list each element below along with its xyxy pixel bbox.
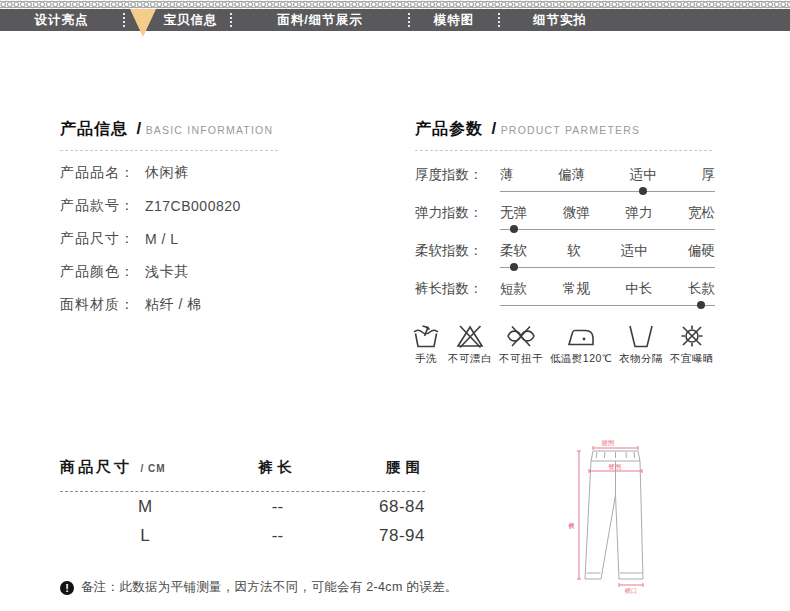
tab-fabric-details[interactable]: 面料/细节展示 bbox=[232, 9, 408, 31]
pants-measurement-diagram: 腰围 臀围 裤长 裤口 bbox=[548, 437, 658, 599]
top-nav: 设计亮点 宝贝信息 面料/细节展示 模特图 细节实拍 bbox=[0, 9, 790, 31]
tab-detail-shots[interactable]: 细节实拍 bbox=[500, 9, 620, 31]
length-cell: -- bbox=[230, 497, 325, 517]
info-value: Z17CB000820 bbox=[145, 198, 241, 214]
info-value: 粘纤 / 棉 bbox=[145, 296, 202, 314]
care-item: 低温熨120℃ bbox=[550, 323, 612, 366]
info-label: 产品款号： bbox=[60, 197, 135, 215]
size-table-header: 商品尺寸 / CM 裤长 腰围 bbox=[60, 458, 425, 484]
info-row-material: 面料材质： 粘纤 / 棉 bbox=[60, 288, 241, 321]
tab-label: 设计亮点 bbox=[35, 12, 89, 29]
iron-low-temp-icon bbox=[566, 323, 596, 349]
diagram-hem-label: 裤口 bbox=[625, 587, 638, 595]
param-label: 裤长指数： bbox=[415, 280, 500, 306]
param-option: 薄 bbox=[500, 166, 514, 184]
care-item: 不可扭干 bbox=[499, 323, 543, 366]
diagram-waist-label: 腰围 bbox=[602, 439, 615, 446]
care-item: 不宜曝晒 bbox=[670, 323, 714, 366]
size-cell: M bbox=[60, 497, 230, 517]
param-option: 柔软 bbox=[500, 242, 527, 260]
dashed-rule bbox=[415, 150, 712, 151]
care-item: 衣物分隔 bbox=[619, 323, 663, 366]
care-label: 低温熨120℃ bbox=[550, 352, 612, 366]
info-label: 产品颜色： bbox=[60, 263, 135, 281]
tab-product-info[interactable]: 宝贝信息 bbox=[125, 9, 230, 31]
diagram-length-label: 裤长 bbox=[568, 522, 575, 529]
care-label: 不可漂白 bbox=[448, 352, 492, 366]
table-row: L -- 78-94 bbox=[60, 521, 425, 550]
chain-border bbox=[0, 0, 790, 9]
section-title: 产品信息 bbox=[60, 120, 128, 137]
care-item: 手洗 bbox=[411, 323, 441, 366]
param-option: 宽松 bbox=[688, 204, 715, 222]
diagram-hip-label: 臀围 bbox=[609, 463, 622, 470]
param-option: 中长 bbox=[625, 280, 652, 298]
size-table-unit: / CM bbox=[140, 463, 165, 474]
tab-label: 细节实拍 bbox=[533, 12, 587, 29]
no-wring-icon bbox=[505, 323, 537, 349]
info-label: 产品尺寸： bbox=[60, 230, 135, 248]
size-table-title: 商品尺寸 bbox=[60, 458, 132, 475]
param-option: 偏薄 bbox=[558, 166, 585, 184]
section-title: 产品参数 bbox=[415, 120, 483, 137]
info-row-style-number: 产品款号： Z17CB000820 bbox=[60, 189, 241, 222]
param-label: 弹力指数： bbox=[415, 204, 500, 230]
info-value: M / L bbox=[145, 231, 179, 247]
info-label: 面料材质： bbox=[60, 296, 135, 314]
active-tab-arrow-icon bbox=[130, 9, 156, 37]
tab-label: 宝贝信息 bbox=[164, 12, 218, 29]
tab-design-highlights[interactable]: 设计亮点 bbox=[0, 9, 123, 31]
info-value: 休闲裤 bbox=[145, 164, 189, 182]
size-table-title-cell: 商品尺寸 / CM bbox=[60, 458, 230, 477]
param-option: 厚 bbox=[701, 166, 715, 184]
tab-model-photos[interactable]: 模特图 bbox=[410, 9, 498, 31]
separate-wash-icon bbox=[626, 323, 656, 349]
section-subtitle: PRODUCT PARMETERS bbox=[501, 124, 641, 136]
size-cell: L bbox=[60, 526, 230, 546]
param-row-pant-length: 裤长指数： 短款 常规 中长 长款 bbox=[415, 280, 715, 306]
parameter-list: 厚度指数： 薄 偏薄 适中 厚 弹力指数： 无弹 微弹 弹力 宽松 柔软指数： … bbox=[415, 166, 715, 318]
param-row-elasticity: 弹力指数： 无弹 微弹 弹力 宽松 bbox=[415, 204, 715, 230]
param-scale: 无弹 微弹 弹力 宽松 bbox=[500, 204, 715, 230]
care-item: 不可漂白 bbox=[448, 323, 492, 366]
param-label: 柔软指数： bbox=[415, 242, 500, 268]
info-label: 产品品名： bbox=[60, 164, 135, 182]
pants-diagram-svg: 腰围 臀围 裤长 裤口 bbox=[548, 437, 658, 595]
care-label: 手洗 bbox=[415, 352, 437, 366]
hand-wash-icon bbox=[411, 323, 441, 349]
slash: / bbox=[136, 119, 141, 138]
product-detail-page: 设计亮点 宝贝信息 面料/细节展示 模特图 细节实拍 产品信息 / BASIC … bbox=[0, 0, 790, 611]
info-value: 浅卡其 bbox=[145, 263, 189, 281]
waist-cell: 68-84 bbox=[325, 497, 425, 517]
no-bleach-icon bbox=[455, 323, 485, 349]
param-scale: 柔软 软 适中 偏硬 bbox=[500, 242, 715, 268]
param-option: 短款 bbox=[500, 280, 527, 298]
column-pant-length: 裤长 bbox=[230, 458, 325, 477]
param-option: 无弹 bbox=[500, 204, 527, 222]
basic-info-heading: 产品信息 / BASIC INFORMATION bbox=[60, 119, 278, 151]
slash: / bbox=[491, 119, 496, 138]
note-text: 备注：此数据为平铺测量，因方法不同，可能会有 2-4cm 的误差。 bbox=[81, 579, 458, 596]
param-option: 适中 bbox=[621, 242, 648, 260]
param-option: 适中 bbox=[630, 166, 657, 184]
care-label: 不宜曝晒 bbox=[670, 352, 714, 366]
column-waist: 腰围 bbox=[325, 458, 425, 477]
info-row-color: 产品颜色： 浅卡其 bbox=[60, 255, 241, 288]
dashed-rule bbox=[60, 150, 278, 151]
length-cell: -- bbox=[230, 526, 325, 546]
param-row-thickness: 厚度指数： 薄 偏薄 适中 厚 bbox=[415, 166, 715, 192]
tab-label: 模特图 bbox=[434, 12, 475, 29]
info-row-size: 产品尺寸： M / L bbox=[60, 222, 241, 255]
param-option: 长款 bbox=[688, 280, 715, 298]
waist-cell: 78-94 bbox=[325, 526, 425, 546]
tab-label: 面料/细节展示 bbox=[277, 12, 362, 29]
section-subtitle: BASIC INFORMATION bbox=[146, 124, 274, 136]
param-option: 偏硬 bbox=[688, 242, 715, 260]
care-label: 不可扭干 bbox=[499, 352, 543, 366]
no-sun-exposure-icon bbox=[677, 323, 707, 349]
param-option: 常规 bbox=[563, 280, 590, 298]
param-scale: 薄 偏薄 适中 厚 bbox=[500, 166, 715, 192]
info-row-name: 产品品名： 休闲裤 bbox=[60, 156, 241, 189]
param-row-softness: 柔软指数： 柔软 软 适中 偏硬 bbox=[415, 242, 715, 268]
care-instructions: 手洗 不可漂白 不可扭干 低温熨120℃ bbox=[411, 323, 714, 366]
